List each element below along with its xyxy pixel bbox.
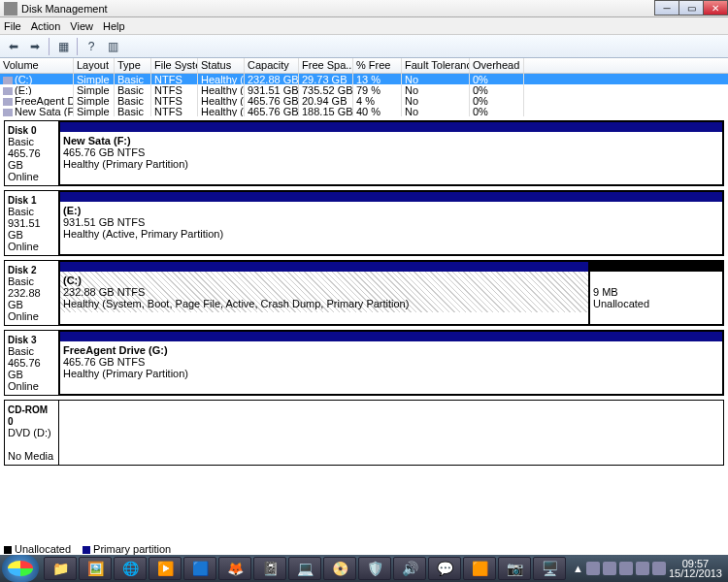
disk-info: Disk 0Basic465.76 GBOnline bbox=[5, 121, 59, 185]
partition[interactable]: (E:)931.51 GB NTFSHealthy (Active, Prima… bbox=[59, 191, 723, 255]
toolbar-separator bbox=[77, 38, 78, 55]
taskbar-item[interactable]: 🛡️ bbox=[358, 557, 391, 580]
disk-info: Disk 2Basic232.88 GBOnline bbox=[5, 261, 59, 325]
app-icon bbox=[4, 2, 17, 16]
taskbar-item[interactable]: 📷 bbox=[498, 557, 531, 580]
taskbar-item[interactable]: ▶️ bbox=[149, 557, 182, 580]
taskbar-item[interactable]: 🟧 bbox=[463, 557, 496, 580]
taskbar-item[interactable]: 🖼️ bbox=[79, 557, 112, 580]
partition[interactable]: FreeAgent Drive (G:)465.76 GB NTFSHealth… bbox=[59, 331, 723, 395]
volume-row[interactable]: (E:)SimpleBasicNTFSHealthy (A...931.51 G… bbox=[0, 84, 728, 95]
system-tray[interactable]: ▲ 09:57 15/12/2013 bbox=[573, 559, 726, 578]
disk-block[interactable]: Disk 3Basic465.76 GBOnlineFreeAgent Driv… bbox=[4, 330, 724, 396]
window-title: Disk Management bbox=[21, 3, 108, 15]
forward-button[interactable]: ➡ bbox=[25, 37, 45, 56]
disk-block[interactable]: Disk 0Basic465.76 GBOnlineNew Sata (F:)4… bbox=[4, 120, 724, 186]
menu-file[interactable]: File bbox=[4, 20, 21, 32]
tray-icon[interactable] bbox=[619, 562, 633, 575]
volume-list[interactable]: Volume Layout Type File System Status Ca… bbox=[0, 58, 728, 116]
toolbar: ⬅ ➡ ▦ ? ▥ bbox=[0, 35, 728, 58]
help-button[interactable]: ? bbox=[82, 37, 101, 56]
taskbar[interactable]: 📁 🖼️ 🌐 ▶️ 🟦 🦊 📓 💻 📀 🛡️ 🔊 💬 🟧 📷 🖥️ ▲ 09:5… bbox=[0, 555, 728, 582]
taskbar-item[interactable]: 🟦 bbox=[183, 557, 216, 580]
partition[interactable]: 9 MBUnallocated bbox=[589, 261, 723, 325]
col-filesystem[interactable]: File System bbox=[151, 58, 198, 73]
column-headers[interactable]: Volume Layout Type File System Status Ca… bbox=[0, 58, 728, 74]
refresh-button[interactable]: ▦ bbox=[53, 37, 73, 56]
clock-date: 15/12/2013 bbox=[669, 568, 722, 578]
disk-block[interactable]: Disk 2Basic232.88 GBOnline (C:)232.88 GB… bbox=[4, 260, 724, 326]
volume-row[interactable]: (C:)SimpleBasicNTFSHealthy (S...232.88 G… bbox=[0, 74, 728, 84]
back-button[interactable]: ⬅ bbox=[4, 37, 23, 56]
tray-arrow-icon[interactable]: ▲ bbox=[573, 563, 583, 574]
taskbar-item[interactable]: 📀 bbox=[323, 557, 356, 580]
legend-label-primary: Primary partition bbox=[93, 543, 171, 555]
taskbar-item[interactable]: 📁 bbox=[44, 557, 77, 580]
taskbar-item[interactable]: 🔊 bbox=[393, 557, 426, 580]
volume-row[interactable]: New Sata (F:)SimpleBasicNTFSHealthy (P..… bbox=[0, 106, 728, 116]
col-layout[interactable]: Layout bbox=[74, 58, 115, 73]
legend-label-unallocated: Unallocated bbox=[15, 543, 71, 555]
taskbar-item[interactable]: 🦊 bbox=[218, 557, 251, 580]
start-button[interactable] bbox=[2, 555, 39, 582]
partition[interactable]: New Sata (F:)465.76 GB NTFSHealthy (Prim… bbox=[59, 121, 723, 185]
minimize-button[interactable]: ─ bbox=[654, 0, 679, 16]
col-capacity[interactable]: Capacity bbox=[245, 58, 299, 73]
col-percentfree[interactable]: % Free bbox=[353, 58, 402, 73]
close-button[interactable]: ✕ bbox=[703, 0, 728, 16]
disk-info: Disk 3Basic465.76 GBOnline bbox=[5, 331, 59, 395]
tray-icon[interactable] bbox=[636, 562, 649, 575]
legend: Unallocated Primary partition bbox=[4, 543, 171, 555]
menu-help[interactable]: Help bbox=[103, 20, 125, 32]
col-overhead[interactable]: Overhead bbox=[470, 58, 524, 73]
partition[interactable]: (C:)232.88 GB NTFSHealthy (System, Boot,… bbox=[59, 261, 589, 325]
col-type[interactable]: Type bbox=[115, 58, 151, 73]
tray-icon[interactable] bbox=[652, 562, 666, 575]
menu-view[interactable]: View bbox=[70, 20, 93, 32]
legend-swatch-unallocated bbox=[4, 546, 12, 554]
col-faulttol[interactable]: Fault Tolerance bbox=[402, 58, 470, 73]
menu-bar: File Action View Help bbox=[0, 17, 728, 35]
title-bar: Disk Management ─ ▭ ✕ bbox=[0, 0, 728, 17]
taskbar-item[interactable]: 🖥️ bbox=[533, 557, 566, 580]
maximize-button[interactable]: ▭ bbox=[678, 0, 704, 16]
tray-icon[interactable] bbox=[603, 562, 616, 575]
taskbar-item[interactable]: 💻 bbox=[288, 557, 321, 580]
clock[interactable]: 09:57 15/12/2013 bbox=[669, 559, 722, 578]
disk-info: Disk 1Basic931.51 GBOnline bbox=[5, 191, 59, 255]
graphical-view: Disk 0Basic465.76 GBOnlineNew Sata (F:)4… bbox=[0, 116, 728, 473]
tray-icon[interactable] bbox=[586, 562, 600, 575]
properties-button[interactable]: ▥ bbox=[103, 37, 122, 56]
taskbar-item[interactable]: 📓 bbox=[253, 557, 286, 580]
col-status[interactable]: Status bbox=[198, 58, 245, 73]
volume-row[interactable]: FreeAgent Drive (G:)SimpleBasicNTFSHealt… bbox=[0, 95, 728, 106]
col-freespace[interactable]: Free Spa... bbox=[299, 58, 353, 73]
menu-action[interactable]: Action bbox=[31, 20, 61, 32]
disk-block[interactable]: Disk 1Basic931.51 GBOnline (E:)931.51 GB… bbox=[4, 190, 724, 256]
toolbar-separator bbox=[49, 38, 50, 55]
disk-info: CD-ROM 0DVD (D:)No Media bbox=[5, 401, 59, 465]
taskbar-item[interactable]: 💬 bbox=[428, 557, 461, 580]
taskbar-item[interactable]: 🌐 bbox=[114, 557, 147, 580]
col-volume[interactable]: Volume bbox=[0, 58, 74, 73]
legend-swatch-primary bbox=[83, 546, 90, 554]
disk-block[interactable]: CD-ROM 0DVD (D:)No Media bbox=[4, 400, 724, 466]
